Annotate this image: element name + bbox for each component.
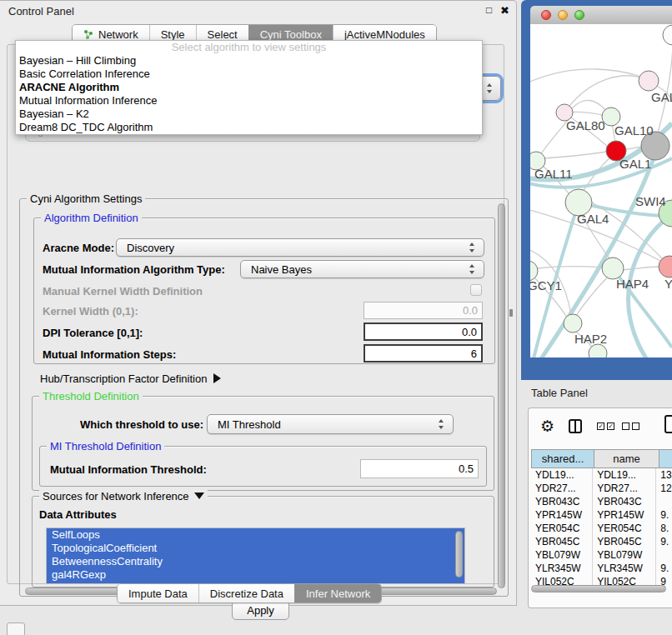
network-edge[interactable] xyxy=(623,267,660,270)
node-label-gcy1: GCY1 xyxy=(530,278,562,292)
network-node-hap2[interactable] xyxy=(564,314,582,332)
mi-steps-label: Mutual Information Steps: xyxy=(43,348,176,361)
document-icon[interactable] xyxy=(664,415,672,433)
tab-discretize-data[interactable]: Discretize Data xyxy=(198,584,294,602)
settings-vertical-scrollbar[interactable] xyxy=(498,203,505,588)
algorithm-option-basic-correlation-inference[interactable]: Basic Correlation Inference xyxy=(16,68,482,81)
mi-threshold-definition-group: MI Threshold Definition Mutual Informati… xyxy=(39,446,487,487)
aracne-mode-label: Aracne Mode: xyxy=(43,242,114,254)
network-canvas[interactable]: GALGAL80GAL10GAL1GAL11GAL4SWI4GCY1HAP4YH… xyxy=(530,24,672,358)
node-label-hap4: HAP4 xyxy=(616,277,649,291)
attribute-item-selfloops[interactable]: SelfLoops xyxy=(47,528,464,542)
algorithm-option-dream8-dc-tdc-algorithm[interactable]: Dream8 DC_TDC Algorithm xyxy=(16,121,482,134)
tab-label: Discretize Data xyxy=(210,588,283,600)
attributes-list-scrollbar[interactable] xyxy=(455,531,463,578)
table-row[interactable]: YER054CYER054C8. xyxy=(531,522,672,535)
data-attributes-list[interactable]: SelfLoopsTopologicalCoefficientBetweenne… xyxy=(46,528,465,584)
network-edge[interactable] xyxy=(540,119,569,155)
column-header-shared[interactable]: shared... xyxy=(531,449,594,468)
algorithm-option-aracne-algorithm[interactable]: ARACNE Algorithm xyxy=(16,81,482,94)
network-edge[interactable] xyxy=(572,100,605,110)
hub-definition-toggle[interactable]: Hub/Transcription Factor Definition xyxy=(40,372,221,385)
control-panel-window: Control Panel □ ✖ NetworkStyleSelectCyni… xyxy=(0,0,517,606)
column-header-name[interactable]: name xyxy=(594,449,659,468)
table-horizontal-scrollbar[interactable] xyxy=(531,585,666,592)
manual-kernel-label: Manual Kernel Width Definition xyxy=(43,285,203,298)
splitter-handle[interactable] xyxy=(509,309,513,317)
table-row[interactable]: YBR045CYBR045C9. xyxy=(531,535,672,548)
mi-threshold-field[interactable]: 0.5 xyxy=(360,459,479,478)
apply-button[interactable]: Apply xyxy=(232,601,289,620)
spinner-arrows-icon xyxy=(469,242,475,252)
algorithm-option-bayesian-k2[interactable]: Bayesian – K2 xyxy=(16,108,482,121)
algorithm-definition-group: Algorithm Definition Aracne Mode: Discov… xyxy=(33,218,495,364)
tab-impute-data[interactable]: Impute Data xyxy=(118,584,198,602)
attribute-item-gal4rgexp[interactable]: gal4RGexp xyxy=(47,568,464,582)
mi-type-select[interactable]: Naive Bayes xyxy=(240,260,484,278)
table-cell: YBR045C xyxy=(593,535,656,548)
sources-title-text: Sources for Network Inference xyxy=(43,490,189,502)
select-all-checks-icon[interactable]: ✓✓ xyxy=(597,422,614,430)
mi-type-label: Mutual Information Algorithm Type: xyxy=(43,263,225,276)
network-node-y-partial[interactable] xyxy=(659,256,672,278)
minimize-traffic-light-icon[interactable] xyxy=(558,10,568,20)
table-cell: YLR345W xyxy=(593,562,656,575)
network-edge[interactable] xyxy=(564,76,649,112)
node-label-gal10: GAL10 xyxy=(614,123,654,138)
attribute-item-betweennesscentrality[interactable]: BetweennessCentrality xyxy=(47,555,464,568)
deselect-all-checks-icon[interactable] xyxy=(622,422,639,430)
mi-steps-field[interactable]: 6 xyxy=(364,344,483,362)
network-node-unnamed-top[interactable] xyxy=(663,25,672,45)
table-panel-title: Table Panel xyxy=(531,387,588,399)
spinner-arrows-icon xyxy=(439,419,444,429)
mi-threshold-definition-title: MI Threshold Definition xyxy=(47,440,164,452)
aracne-mode-select[interactable]: Discovery xyxy=(116,238,484,257)
float-window-icon[interactable]: □ xyxy=(486,4,492,16)
threshold-definition-title: Threshold Definition xyxy=(39,390,143,402)
table-row[interactable]: YBL079WYBL079W xyxy=(531,548,672,562)
table-cell: 9. xyxy=(656,508,672,522)
aracne-mode-value: Discovery xyxy=(127,242,174,254)
dpi-tolerance-field[interactable]: 0.0 xyxy=(364,322,483,341)
table-row[interactable]: YDR27...YDR27...12 xyxy=(531,482,672,495)
network-edge[interactable] xyxy=(543,152,607,158)
node-label-swi4: SWI4 xyxy=(635,194,666,208)
cyni-algorithm-settings-group: Cyni Algorithm Settings Algorithm Defini… xyxy=(19,198,509,597)
table-row[interactable]: YLR345WYLR345W9. xyxy=(531,562,672,575)
node-label-gal-partial: GAL xyxy=(651,90,672,104)
which-threshold-select[interactable]: MI Threshold xyxy=(207,414,454,434)
network-window-titlebar[interactable] xyxy=(530,6,672,25)
zoom-traffic-light-icon[interactable] xyxy=(574,10,584,20)
table-cell xyxy=(656,548,672,562)
cyni-settings-title: Cyni Algorithm Settings xyxy=(27,192,145,205)
mi-type-value: Naive Bayes xyxy=(251,263,312,276)
table-header-row: shared...name xyxy=(531,449,672,468)
algorithm-definition-title: Algorithm Definition xyxy=(41,212,142,224)
node-label-y-partial: Y xyxy=(664,277,672,291)
close-icon[interactable]: ✖ xyxy=(500,4,509,17)
tab-infer-network[interactable]: Infer Network xyxy=(294,584,381,602)
algorithm-option-mutual-information-inference[interactable]: Mutual Information Inference xyxy=(16,94,482,108)
attribute-item-topologicalcoefficient[interactable]: TopologicalCoefficient xyxy=(47,542,464,555)
sources-group: Sources for Network Inference Data Attri… xyxy=(32,496,494,588)
table-row[interactable]: YPR145WYPR145W9. xyxy=(531,508,672,522)
kernel-width-field[interactable]: 0.0 xyxy=(364,302,483,319)
manual-kernel-checkbox[interactable] xyxy=(470,284,482,296)
table-row[interactable]: YBR043CYBR043C xyxy=(531,495,672,508)
gear-icon[interactable]: ⚙ xyxy=(540,417,554,436)
hub-definition-label: Hub/Transcription Factor Definition xyxy=(40,372,207,385)
network-node-gal-partial[interactable] xyxy=(639,71,659,91)
network-edge[interactable] xyxy=(537,267,604,268)
column-header-hidden[interactable] xyxy=(659,449,672,468)
table-row[interactable]: YDL19...YDL19...13 xyxy=(531,468,672,482)
sources-title[interactable]: Sources for Network Inference xyxy=(39,490,208,502)
table-toolbar: ⚙ ✓✓ xyxy=(529,408,672,447)
network-view-window: GALGAL80GAL10GAL1GAL11GAL4SWI4GCY1HAP4YH… xyxy=(521,0,672,380)
collapsed-panel-icon[interactable] xyxy=(7,622,25,635)
algorithm-option-bayesian-hill-climbing[interactable]: Bayesian – Hill Climbing xyxy=(16,54,482,68)
table-cell: YDR27... xyxy=(593,482,656,495)
columns-icon[interactable] xyxy=(569,419,582,433)
close-traffic-light-icon[interactable] xyxy=(541,10,551,20)
data-attributes-label: Data Attributes xyxy=(39,508,117,521)
node-label-gal11: GAL11 xyxy=(534,167,573,181)
